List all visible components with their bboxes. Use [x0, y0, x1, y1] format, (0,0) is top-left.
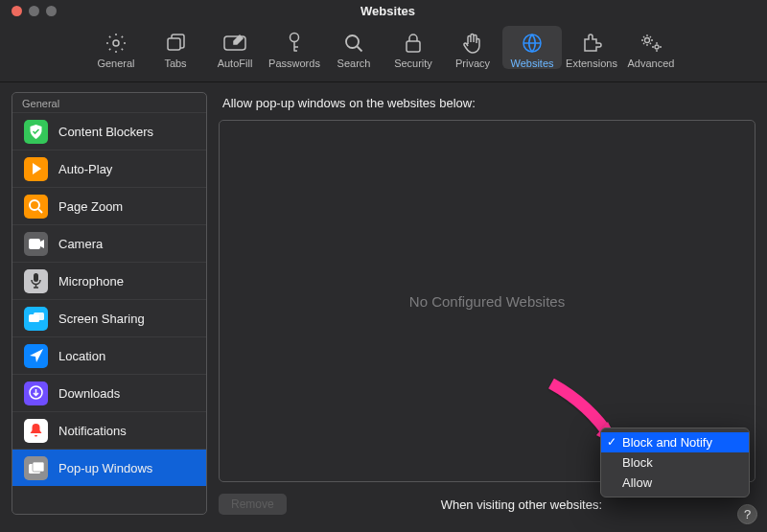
titlebar: Websites — [0, 0, 767, 22]
svg-point-0 — [113, 40, 119, 46]
tab-label: Privacy — [455, 58, 490, 69]
sidebar-item-label: Content Blockers — [58, 125, 153, 139]
tab-websites[interactable]: Websites — [502, 26, 562, 69]
sidebar-item-label: Location — [58, 349, 105, 363]
location-icon — [24, 344, 48, 368]
tab-extensions[interactable]: Extensions — [562, 26, 621, 69]
dropdown-menu: ✓ Block and Notify Block Allow — [600, 428, 750, 497]
svg-point-8 — [655, 45, 659, 49]
tab-advanced[interactable]: Advanced — [621, 26, 681, 69]
download-icon — [24, 382, 48, 405]
sidebar-item-camera[interactable]: Camera — [12, 224, 206, 262]
tab-label: AutoFill — [218, 58, 253, 69]
svg-rect-10 — [29, 239, 40, 249]
dropdown-option-allow[interactable]: Allow — [601, 473, 749, 493]
tab-tabs[interactable]: Tabs — [146, 26, 205, 69]
zoom-icon — [24, 195, 48, 219]
sidebar-item-popup-windows[interactable]: Pop-up Windows — [12, 449, 206, 486]
sidebar: General Content Blockers Auto-Play — [12, 92, 207, 515]
tab-passwords[interactable]: Passwords — [265, 26, 324, 69]
sidebar-item-label: Page Zoom — [58, 199, 123, 214]
sidebar-item-label: Pop-up Windows — [58, 461, 152, 475]
tabs-icon — [164, 30, 187, 57]
tab-general[interactable]: General — [86, 26, 146, 69]
sidebar-item-location[interactable]: Location — [12, 336, 206, 374]
tab-label: Security — [394, 58, 432, 69]
popup-icon — [24, 456, 48, 480]
tab-label: Search — [337, 58, 371, 69]
tab-privacy[interactable]: Privacy — [443, 26, 502, 69]
window-title: Websites — [9, 4, 767, 18]
sidebar-item-label: Microphone — [58, 274, 124, 289]
tab-security[interactable]: Security — [384, 26, 443, 69]
globe-icon — [521, 30, 544, 57]
svg-rect-11 — [34, 273, 38, 282]
bell-icon — [24, 419, 48, 443]
sidebar-item-content-blockers[interactable]: Content Blockers — [12, 112, 206, 150]
lock-icon — [403, 30, 424, 57]
sidebar-item-auto-play[interactable]: Auto-Play — [12, 150, 206, 187]
svg-rect-16 — [33, 462, 44, 472]
tab-label: General — [97, 58, 134, 69]
dropdown-option-label: Block — [622, 455, 653, 470]
sidebar-item-microphone[interactable]: Microphone — [12, 262, 206, 299]
tab-autofill[interactable]: AutoFill — [205, 26, 265, 69]
svg-rect-13 — [34, 312, 44, 320]
puzzle-icon — [580, 30, 603, 57]
hand-icon — [462, 30, 483, 57]
shield-icon — [24, 120, 48, 144]
sidebar-header: General — [12, 93, 206, 112]
search-icon — [342, 30, 365, 57]
sidebar-item-label: Notifications — [58, 424, 127, 438]
play-icon — [24, 157, 48, 181]
screens-icon — [24, 307, 48, 331]
autofill-icon — [222, 30, 247, 57]
sidebar-item-screen-sharing[interactable]: Screen Sharing — [12, 299, 206, 336]
gears-icon — [639, 30, 663, 57]
svg-point-7 — [645, 38, 650, 43]
bottom-label: When visiting other websites: — [441, 497, 602, 512]
key-icon — [284, 30, 305, 57]
tab-label: Tabs — [164, 58, 186, 69]
tab-label: Websites — [510, 58, 553, 69]
gear-icon — [105, 30, 128, 57]
tab-search[interactable]: Search — [324, 26, 384, 69]
svg-point-9 — [30, 200, 39, 210]
dropdown-option-label: Block and Notify — [622, 435, 712, 450]
svg-point-3 — [291, 34, 299, 42]
svg-point-4 — [346, 35, 359, 48]
sidebar-item-page-zoom[interactable]: Page Zoom — [12, 187, 206, 224]
tab-label: Advanced — [628, 58, 675, 69]
camera-icon — [24, 232, 48, 256]
sidebar-item-label: Screen Sharing — [58, 312, 145, 326]
dropdown-option-label: Allow — [622, 475, 652, 490]
empty-state-text: No Configured Websites — [409, 293, 565, 310]
mic-icon — [24, 269, 48, 293]
dropdown-option-block[interactable]: Block — [601, 452, 749, 473]
sidebar-item-label: Downloads — [58, 386, 120, 401]
sidebar-item-downloads[interactable]: Downloads — [12, 374, 206, 411]
svg-rect-5 — [407, 41, 420, 52]
tab-label: Passwords — [268, 58, 320, 69]
help-button[interactable]: ? — [737, 504, 757, 524]
sidebar-item-label: Camera — [58, 237, 103, 251]
tab-label: Extensions — [566, 58, 617, 69]
dropdown-option-block-and-notify[interactable]: ✓ Block and Notify — [601, 432, 749, 452]
content-heading: Allow pop-up windows on the websites bel… — [219, 92, 755, 120]
remove-button[interactable]: Remove — [219, 494, 287, 515]
check-icon: ✓ — [607, 435, 616, 449]
sidebar-item-label: Auto-Play — [58, 162, 112, 176]
sidebar-item-notifications[interactable]: Notifications — [12, 411, 206, 449]
preferences-toolbar: General Tabs AutoFill Passwords — [0, 22, 767, 82]
svg-rect-1 — [168, 38, 180, 50]
